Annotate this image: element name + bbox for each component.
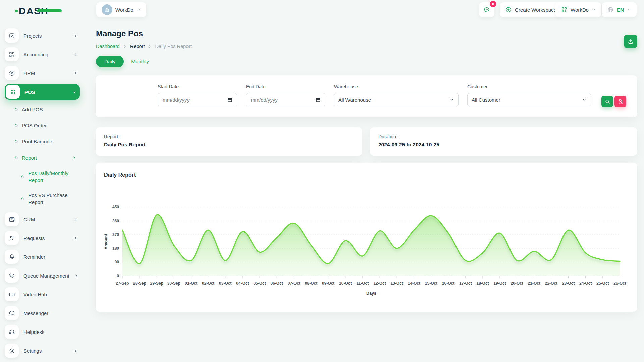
- sidebar-item-hrm[interactable]: HRM: [5, 64, 80, 82]
- tab-daily[interactable]: Daily: [96, 56, 124, 67]
- queue-icon: [5, 268, 19, 283]
- svg-text:02-Oct: 02-Oct: [202, 281, 214, 286]
- workspace-selector[interactable]: WorkDo: [96, 2, 146, 17]
- duration-label: Duration :: [378, 134, 629, 139]
- reset-filter-button[interactable]: [614, 96, 626, 107]
- customer-selected-value: All Customer: [472, 97, 500, 103]
- chevron-down-icon: [72, 90, 78, 94]
- chevron-right-icon: [74, 274, 80, 278]
- sidebar-item-label: Messenger: [23, 310, 80, 316]
- svg-text:16-Oct: 16-Oct: [442, 281, 454, 286]
- sidebar-item-video-hub[interactable]: Video Hub: [5, 285, 80, 304]
- sidebar-item-accounting[interactable]: Accounting: [5, 45, 80, 64]
- settings-icon: [5, 344, 19, 358]
- chevron-right-icon: [73, 349, 80, 353]
- sidebar-item-helpdesk[interactable]: Helpdesk: [5, 322, 80, 341]
- svg-text:450: 450: [112, 205, 119, 209]
- warehouse-label: Warehouse: [334, 84, 459, 89]
- messages-badge: 0: [490, 1, 496, 7]
- breadcrumb-dashboard-link[interactable]: Dashboard: [96, 44, 120, 49]
- svg-text:Amount: Amount: [104, 234, 108, 250]
- projects-icon: [5, 28, 19, 43]
- sidebar-item-pos[interactable]: POS: [5, 84, 80, 100]
- bullet-icon: [20, 175, 25, 179]
- svg-text:08-Oct: 08-Oct: [305, 281, 317, 286]
- sidebar-item-label: Settings: [23, 348, 69, 354]
- svg-text:20-Oct: 20-Oct: [511, 281, 523, 286]
- sidebar-item-requests[interactable]: Requests: [5, 229, 80, 247]
- sidebar-item-add-pos[interactable]: Add POS: [5, 101, 80, 117]
- bullet-icon: [14, 156, 18, 160]
- sidebar-item-settings[interactable]: Settings: [5, 341, 80, 360]
- daily-report-card: Daily Report 09018027036045027-Sep28-Sep…: [96, 163, 637, 312]
- chevron-right-icon: [123, 45, 127, 48]
- chevron-right-icon: [148, 45, 152, 48]
- create-workspace-label: Create Workspace: [515, 7, 556, 13]
- create-workspace-button[interactable]: Create Workspace: [500, 2, 562, 17]
- end-date-input[interactable]: [250, 97, 315, 103]
- svg-text:05-Oct: 05-Oct: [253, 281, 266, 286]
- chevron-right-icon: [73, 71, 80, 75]
- video-icon: [5, 287, 19, 301]
- sidebar-item-queue-management[interactable]: Queue Management: [5, 266, 80, 285]
- sidebar-item-label: HRM: [23, 70, 69, 76]
- clear-file-icon: [618, 99, 624, 105]
- svg-text:90: 90: [115, 260, 119, 264]
- breadcrumb-report-link[interactable]: Report: [130, 44, 145, 49]
- report-summary-card: Report : Daily Pos Report: [96, 127, 362, 156]
- sidebar-item-pos-vs-purchase-report[interactable]: Pos VS Purchase Report: [5, 188, 80, 210]
- start-date-input[interactable]: [162, 97, 227, 103]
- sidebar-item-pos-order[interactable]: POS Order: [5, 117, 80, 133]
- hrm-icon: [5, 66, 19, 80]
- logo-dot: [15, 10, 18, 12]
- sidebar-item-label: Queue Management: [23, 273, 69, 279]
- customer-select[interactable]: All Customer: [467, 93, 591, 106]
- chevron-down-icon: [627, 8, 631, 12]
- sidebar-item-report[interactable]: Report: [5, 149, 80, 166]
- tab-monthly[interactable]: Monthly: [128, 56, 152, 67]
- sidebar-item-label: Accounting: [23, 52, 69, 57]
- calendar-icon[interactable]: [227, 97, 233, 103]
- svg-text:06-Oct: 06-Oct: [271, 281, 283, 286]
- customer-label: Customer: [467, 84, 591, 89]
- chevron-down-icon: [137, 8, 141, 12]
- language-selector[interactable]: EN: [602, 2, 637, 17]
- breadcrumb-current: Daily Pos Report: [155, 44, 192, 49]
- svg-text:24-Oct: 24-Oct: [579, 281, 592, 286]
- sidebar-item-label: Report: [22, 154, 37, 161]
- sidebar-item-label: CRM: [23, 217, 69, 222]
- svg-text:01-Oct: 01-Oct: [185, 281, 197, 286]
- svg-text:25-Oct: 25-Oct: [596, 281, 609, 286]
- messages-button[interactable]: 0: [479, 2, 494, 17]
- sidebar-item-label: Helpdesk: [23, 329, 80, 335]
- report-value: Daily Pos Report: [104, 142, 354, 148]
- sidebar-item-messenger[interactable]: Messenger: [5, 304, 80, 322]
- sidebar-item-label: Pos Daily/Monthly Report: [28, 170, 75, 184]
- download-icon: [627, 38, 634, 45]
- sidebar-item-reminder[interactable]: Reminder: [5, 247, 80, 266]
- download-report-button[interactable]: [624, 35, 637, 48]
- customer-group: Customer All Customer: [467, 84, 591, 106]
- sidebar-item-crm[interactable]: CRM: [5, 210, 80, 229]
- warehouse-select[interactable]: All Warehouse: [334, 93, 459, 106]
- search-button[interactable]: [601, 96, 613, 107]
- calendar-icon[interactable]: [315, 97, 321, 103]
- svg-text:23-Oct: 23-Oct: [562, 281, 575, 286]
- page-title: Manage Pos: [96, 29, 143, 38]
- sidebar-item-projects[interactable]: Projects: [5, 26, 80, 45]
- app-logo[interactable]: DASH: [19, 5, 48, 17]
- sidebar-item-label: Add POS: [22, 106, 43, 113]
- sidebar-item-pos-daily-monthly-report[interactable]: Pos Daily/Monthly Report: [5, 166, 80, 188]
- sidebar-item-print-barcode[interactable]: Print Barcode: [5, 133, 80, 149]
- svg-text:0: 0: [117, 274, 119, 278]
- filter-panel: Start Date End Date Warehouse All Wareho…: [96, 75, 637, 117]
- workspace-menu-button[interactable]: WorkDo: [555, 2, 601, 17]
- report-label: Report :: [104, 134, 354, 139]
- svg-text:29-Sep: 29-Sep: [150, 281, 163, 286]
- svg-text:12-Oct: 12-Oct: [373, 281, 386, 286]
- duration-summary-card: Duration : 2024-09-25 to 2024-10-25: [370, 127, 637, 156]
- bullet-icon: [14, 123, 18, 128]
- svg-text:26-Oct: 26-Oct: [613, 281, 626, 286]
- svg-text:30-Sep: 30-Sep: [167, 281, 180, 286]
- reminder-icon: [5, 250, 19, 264]
